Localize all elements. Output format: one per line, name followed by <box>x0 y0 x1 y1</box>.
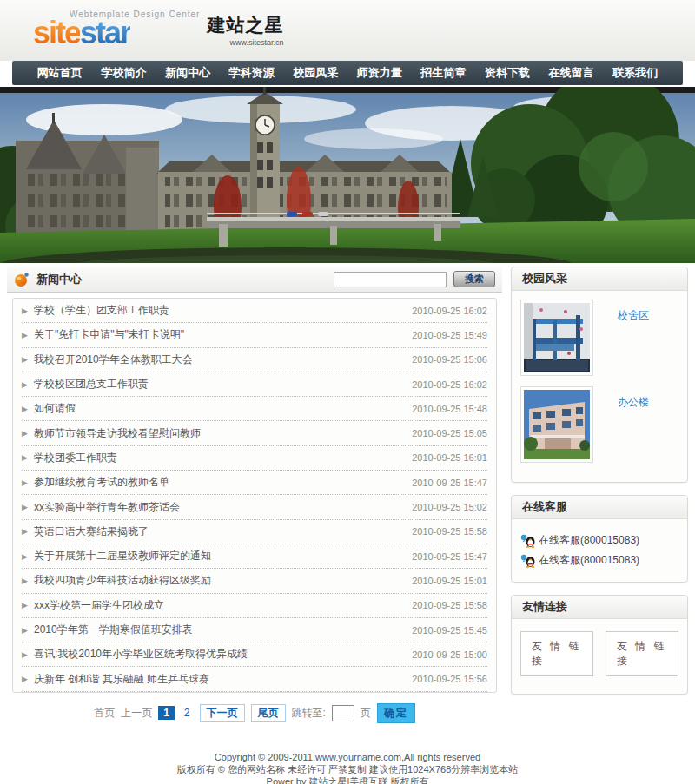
pagination-prev[interactable]: 上一页 <box>121 706 152 721</box>
nav-item-contact[interactable]: 联系我们 <box>612 65 658 81</box>
nav-item-resources[interactable]: 学科资源 <box>229 65 275 81</box>
logo-cn-name: 建站之星 <box>207 13 283 37</box>
news-list-item[interactable]: ▶如何请假2010-09-25 15:48 <box>22 397 487 421</box>
news-list-item[interactable]: ▶我校四项青少年科技活动获得区级奖励2010-09-25 15:01 <box>22 569 487 593</box>
news-section-title: 新闻中心 <box>36 272 82 287</box>
news-link[interactable]: 学校（学生）团支部工作职责 <box>34 303 385 318</box>
news-date: 2010-09-25 15:02 <box>385 502 487 512</box>
nav-item-about[interactable]: 学校简介 <box>101 65 146 81</box>
pagination-first[interactable]: 首页 <box>94 706 115 721</box>
nav-item-news[interactable]: 新闻中心 <box>165 65 210 81</box>
news-list-item[interactable]: ▶学校团委工作职责2010-09-25 16:01 <box>22 446 487 471</box>
nav-item-guestbook[interactable]: 在线留言 <box>549 65 594 81</box>
news-date: 2010-09-25 15:47 <box>385 478 487 488</box>
news-link[interactable]: 喜讯:我校2010年小学毕业区统考取得优异成绩 <box>34 647 385 662</box>
footer-copyright-line: Copyright © 2009-2011,www.yourname.com,A… <box>0 751 695 763</box>
news-list-item[interactable]: ▶英语口语大赛结果揭晓了2010-09-25 15:58 <box>22 520 487 544</box>
pagination-page-1[interactable]: 1 <box>158 706 175 720</box>
nav-item-faculty[interactable]: 师资力量 <box>357 65 402 81</box>
nav-item-downloads[interactable]: 资料下载 <box>485 65 530 81</box>
qq-penguin-icon <box>520 534 536 548</box>
qq-service-row[interactable]: 在线客服(800015083) <box>520 553 678 568</box>
bullet-arrow-icon: ▶ <box>22 503 34 511</box>
pagination-last[interactable]: 尾页 <box>251 704 286 722</box>
news-link[interactable]: 我校四项青少年科技活动获得区级奖励 <box>34 573 385 588</box>
pagination-jump-input[interactable] <box>332 705 354 721</box>
campus-box: 校园风采 <box>511 267 688 483</box>
pagination-next[interactable]: 下一页 <box>200 704 245 722</box>
sidebar: 校园风采 <box>511 267 688 723</box>
news-date: 2010-09-25 15:05 <box>385 428 487 438</box>
content-area: 新闻中心 搜索 ▶学校（学生）团支部工作职责2010-09-25 16:02 ▶… <box>0 263 695 723</box>
news-date: 2010-09-25 15:56 <box>385 674 487 684</box>
news-list-item[interactable]: ▶喜讯:我校2010年小学毕业区统考取得优异成绩2010-09-25 15:00 <box>22 642 487 667</box>
news-list-item[interactable]: ▶2010学年第一学期寒假值班安排表2010-09-25 15:45 <box>22 618 487 642</box>
main-nav: 网站首页 学校简介 新闻中心 学科资源 校园风采 师资力量 招生简章 资料下载 … <box>12 61 683 85</box>
bullet-arrow-icon: ▶ <box>22 601 34 609</box>
news-date: 2010-09-25 15:58 <box>385 600 487 610</box>
news-list-item[interactable]: ▶关于开展第十二届星级教师评定的通知2010-09-25 15:47 <box>22 544 487 569</box>
news-date: 2010-09-25 15:58 <box>385 526 487 537</box>
qq-service-label[interactable]: 在线客服(800015083) <box>539 553 639 568</box>
nav-item-campus[interactable]: 校园风采 <box>293 65 338 81</box>
footer-powerby-line: Power by 建站之星|美橙互联 版权所有 <box>0 775 695 784</box>
news-list-item[interactable]: ▶xx实验高中举行青年教师茶话会2010-09-25 15:02 <box>22 495 487 519</box>
logo-star-text: star <box>80 15 130 50</box>
news-list-item[interactable]: ▶学校校区团总支工作职责2010-09-25 16:02 <box>22 372 487 397</box>
news-list-item[interactable]: ▶教师节市领导走访我校看望慰问教师2010-09-25 15:05 <box>22 421 487 445</box>
news-link[interactable]: 如何请假 <box>34 401 385 416</box>
news-list: ▶学校（学生）团支部工作职责2010-09-25 16:02 ▶关于"免打卡申请… <box>12 298 497 693</box>
campus-photo-link-dormitory[interactable]: 校舍区 <box>618 308 649 376</box>
search-button[interactable]: 搜索 <box>453 271 495 287</box>
news-list-item[interactable]: ▶参加继续教育考试的教师名单2010-09-25 15:47 <box>22 471 487 495</box>
news-link[interactable]: 学校团委工作职责 <box>34 451 385 465</box>
news-list-item[interactable]: ▶庆新年 创和谐 其乐融融 师生乒乓球赛2010-09-25 15:56 <box>22 667 487 691</box>
pagination-confirm-button[interactable]: 确定 <box>377 703 415 723</box>
news-link[interactable]: 我校召开2010学年全体教职工大会 <box>34 352 385 367</box>
news-link[interactable]: 英语口语大赛结果揭晓了 <box>34 524 385 539</box>
logo[interactable]: Webtemplate Design Center sitestar 建站之星 … <box>33 10 283 47</box>
nav-item-admissions[interactable]: 招生简章 <box>420 65 466 81</box>
logo-site-text: site <box>33 15 80 50</box>
news-link[interactable]: 教师节市领导走访我校看望慰问教师 <box>34 426 385 441</box>
friend-link-button[interactable]: 友 情 链 接 <box>520 631 593 676</box>
news-link[interactable]: 关于开展第十二届星级教师评定的通知 <box>34 549 385 563</box>
news-date: 2010-09-25 15:01 <box>385 576 487 586</box>
campus-photo-row: 办公楼 <box>520 386 678 463</box>
news-date: 2010-09-25 16:01 <box>385 452 487 463</box>
news-date: 2010-09-25 15:06 <box>385 354 487 365</box>
news-link[interactable]: xxx学校第一届学生团校成立 <box>34 598 385 613</box>
news-link[interactable]: 参加继续教育考试的教师名单 <box>34 475 385 490</box>
news-link[interactable]: xx实验高中举行青年教师茶话会 <box>34 500 385 515</box>
pagination-page-2[interactable]: 2 <box>181 706 194 720</box>
bullet-arrow-icon: ▶ <box>22 429 34 438</box>
news-link[interactable]: 2010学年第一学期寒假值班安排表 <box>34 623 385 637</box>
dormitory-photo[interactable] <box>520 300 593 376</box>
news-list-item[interactable]: ▶学校（学生）团支部工作职责2010-09-25 16:02 <box>22 299 487 323</box>
campus-photo-link-office[interactable]: 办公楼 <box>618 395 649 463</box>
search-input[interactable] <box>334 272 447 287</box>
bullet-arrow-icon: ▶ <box>22 405 34 413</box>
pagination: 首页 上一页 1 2 下一页 尾页 跳转至: 页 确定 <box>7 703 502 723</box>
bullet-arrow-icon: ▶ <box>22 527 34 536</box>
online-service-box: 在线客服 在线客服(800015083) <box>511 495 688 583</box>
news-list-item[interactable]: ▶我校召开2010学年全体教职工大会2010-09-25 15:06 <box>22 348 487 372</box>
site-footer: Copyright © 2009-2011,www.yourname.com,A… <box>0 751 695 784</box>
qq-service-row[interactable]: 在线客服(800015083) <box>520 533 678 548</box>
friend-link-button[interactable]: 友 情 链 接 <box>606 631 678 676</box>
news-list-item[interactable]: ▶xxx学校第一届学生团校成立2010-09-25 15:58 <box>22 594 487 618</box>
campus-box-title: 校园风采 <box>512 267 687 291</box>
campus-photo-row: 校舍区 <box>520 300 678 376</box>
footer-rights-line: 版权所有 © 您的网站名称 未经许可 严禁复制 建议使用1024X768分辨率浏… <box>0 763 695 775</box>
news-link[interactable]: 庆新年 创和谐 其乐融融 师生乒乓球赛 <box>34 672 385 687</box>
nav-item-home[interactable]: 网站首页 <box>37 65 83 81</box>
qq-service-label[interactable]: 在线客服(800015083) <box>539 533 639 548</box>
news-link[interactable]: 学校校区团总支工作职责 <box>34 377 385 392</box>
news-list-item[interactable]: ▶关于"免打卡申请"与"未打卡说明"2010-09-25 15:49 <box>22 323 487 347</box>
logo-url: www.sitestar.cn <box>207 38 283 47</box>
hero-campus-image <box>0 87 695 263</box>
site-header: Webtemplate Design Center sitestar 建站之星 … <box>0 0 695 61</box>
news-link[interactable]: 关于"免打卡申请"与"未打卡说明" <box>34 327 385 342</box>
bullet-arrow-icon: ▶ <box>22 380 34 389</box>
office-building-photo[interactable] <box>520 386 593 463</box>
